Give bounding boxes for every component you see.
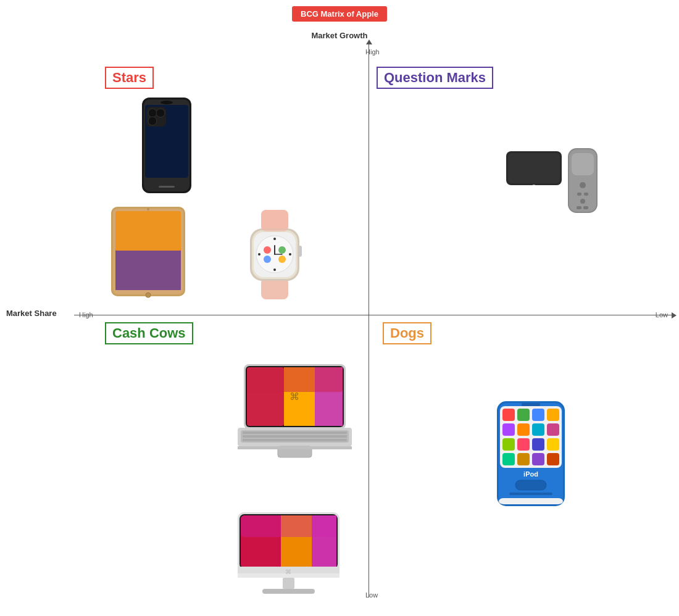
svg-point-43 bbox=[580, 199, 585, 204]
page-title: BCG Matrix of Apple bbox=[292, 6, 387, 22]
svg-rect-84 bbox=[502, 438, 515, 451]
svg-rect-45 bbox=[583, 206, 588, 209]
svg-rect-83 bbox=[547, 423, 559, 436]
svg-rect-77 bbox=[517, 409, 530, 421]
svg-point-15 bbox=[147, 208, 149, 210]
svg-rect-56 bbox=[243, 435, 347, 438]
svg-point-5 bbox=[148, 109, 157, 117]
svg-rect-44 bbox=[577, 206, 581, 209]
y-high-label: High bbox=[365, 48, 380, 56]
question-marks-label: Question Marks bbox=[377, 67, 493, 89]
svg-rect-52 bbox=[247, 367, 343, 392]
svg-rect-85 bbox=[517, 438, 530, 451]
svg-rect-82 bbox=[532, 423, 544, 436]
svg-point-3 bbox=[160, 101, 173, 104]
svg-rect-90 bbox=[532, 453, 544, 465]
dogs-label: Dogs bbox=[383, 322, 431, 344]
svg-point-30 bbox=[264, 256, 271, 263]
svg-point-23 bbox=[273, 268, 276, 271]
ipod-product: iPod bbox=[494, 401, 568, 506]
svg-rect-8 bbox=[159, 186, 175, 188]
svg-rect-94 bbox=[509, 493, 552, 495]
y-axis-label: Market Growth bbox=[311, 31, 367, 40]
svg-rect-80 bbox=[502, 423, 515, 436]
x-axis-label: Market Share bbox=[6, 309, 57, 318]
svg-rect-86 bbox=[532, 438, 544, 451]
y-low-label: Low bbox=[365, 591, 378, 599]
svg-rect-88 bbox=[502, 453, 515, 465]
x-axis bbox=[74, 315, 673, 315]
svg-rect-67 bbox=[241, 515, 336, 537]
svg-rect-42 bbox=[584, 193, 588, 196]
svg-text:⌘: ⌘ bbox=[285, 568, 291, 575]
svg-rect-41 bbox=[577, 193, 581, 196]
appletv-product bbox=[488, 148, 605, 216]
svg-point-28 bbox=[264, 246, 271, 254]
imac-product: ⌘ bbox=[235, 512, 343, 596]
cash-cows-label: Cash Cows bbox=[105, 322, 193, 344]
svg-point-7 bbox=[148, 117, 157, 125]
macbook-product: ⌘ bbox=[238, 364, 352, 460]
svg-point-14 bbox=[146, 293, 151, 298]
svg-point-22 bbox=[273, 238, 276, 240]
svg-rect-55 bbox=[243, 431, 347, 434]
svg-rect-89 bbox=[517, 453, 530, 465]
svg-rect-12 bbox=[115, 211, 181, 251]
svg-point-31 bbox=[278, 256, 286, 263]
bcg-matrix-container: BCG Matrix of Apple Market Growth High L… bbox=[0, 0, 679, 616]
svg-rect-87 bbox=[547, 438, 559, 451]
svg-rect-79 bbox=[547, 409, 559, 421]
svg-rect-17 bbox=[261, 278, 288, 299]
svg-rect-57 bbox=[243, 439, 347, 441]
svg-rect-39 bbox=[572, 153, 594, 175]
svg-rect-93 bbox=[515, 480, 546, 490]
svg-text:⌘: ⌘ bbox=[290, 391, 299, 402]
svg-rect-71 bbox=[283, 578, 294, 589]
svg-rect-96 bbox=[499, 498, 563, 504]
ipad-product bbox=[108, 204, 188, 299]
stars-label: Stars bbox=[105, 67, 154, 89]
svg-rect-72 bbox=[262, 589, 315, 594]
svg-rect-76 bbox=[502, 409, 515, 421]
svg-rect-95 bbox=[522, 403, 540, 406]
svg-point-24 bbox=[258, 253, 260, 256]
svg-rect-59 bbox=[238, 446, 352, 449]
svg-point-29 bbox=[278, 246, 286, 254]
svg-rect-81 bbox=[517, 423, 530, 436]
svg-point-40 bbox=[580, 182, 586, 188]
apple-watch-product bbox=[238, 210, 312, 299]
iphone-product bbox=[133, 98, 201, 193]
svg-rect-91 bbox=[547, 453, 559, 465]
svg-rect-32 bbox=[298, 246, 302, 257]
svg-rect-33 bbox=[261, 210, 288, 231]
svg-rect-78 bbox=[532, 409, 544, 421]
y-axis bbox=[369, 43, 369, 597]
svg-rect-35 bbox=[508, 153, 560, 183]
svg-point-25 bbox=[289, 253, 291, 256]
svg-rect-13 bbox=[115, 251, 181, 290]
svg-point-36 bbox=[532, 185, 536, 188]
svg-point-6 bbox=[156, 109, 165, 117]
svg-text:iPod: iPod bbox=[523, 470, 538, 478]
